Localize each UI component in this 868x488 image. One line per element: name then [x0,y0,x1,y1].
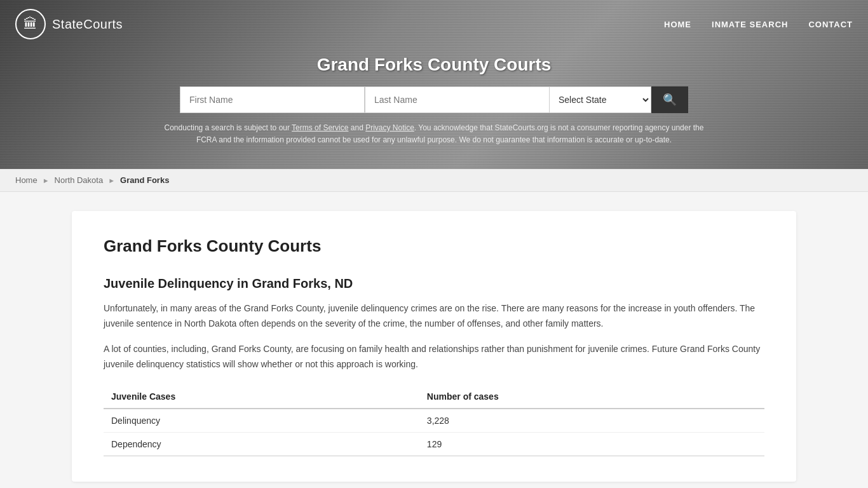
nav-home[interactable]: HOME [664,20,691,29]
breadcrumb-home[interactable]: Home [15,175,37,185]
logo-text: StateCourts [52,17,123,32]
page-title: Grand Forks County Courts [104,236,764,256]
case-count: 129 [419,432,764,456]
table-row: Delinquency 3,228 [104,409,764,433]
juvenile-cases-table: Juvenile Cases Number of cases Delinquen… [104,385,764,456]
case-count: 3,228 [419,409,764,433]
case-type: Delinquency [104,409,419,433]
main-container: Grand Forks County Courts Juvenile Delin… [59,211,809,481]
privacy-notice-link[interactable]: Privacy Notice [365,123,414,132]
hero-title: Grand Forks County Courts [317,55,552,75]
search-bar: Select StateAlabamaAlaskaArizonaArkansas… [180,86,688,113]
logo-icon: 🏛 [15,9,46,39]
search-button[interactable]: 🔍 [651,86,688,113]
paragraph-1: Unfortunately, in many areas of the Gran… [104,301,764,332]
nav-links: HOME INMATE SEARCH CONTACT [664,20,853,29]
navbar: 🏛 StateCourts HOME INMATE SEARCH CONTACT [0,0,868,48]
first-name-input[interactable] [180,86,365,113]
table-row: Dependency 129 [104,432,764,456]
nav-contact[interactable]: CONTACT [808,20,853,29]
last-name-input[interactable] [365,86,550,113]
disclaimer: Conducting a search is subject to our Te… [148,122,720,156]
hero-section: 🏛 StateCourts HOME INMATE SEARCH CONTACT… [0,0,868,169]
content-card: Grand Forks County Courts Juvenile Delin… [72,211,796,481]
search-icon: 🔍 [663,93,677,107]
breadcrumb-county: Grand Forks [120,175,169,185]
breadcrumb: Home ► North Dakota ► Grand Forks [0,169,868,192]
site-logo[interactable]: 🏛 StateCourts [15,9,123,39]
breadcrumb-state[interactable]: North Dakota [55,175,104,185]
case-type: Dependency [104,432,419,456]
section-title: Juvenile Delinquency in Grand Forks, ND [104,276,764,291]
table-col2-header: Number of cases [419,385,764,409]
hero-content: Grand Forks County Courts Select StateAl… [0,48,868,169]
breadcrumb-sep-1: ► [43,177,50,184]
breadcrumb-sep-2: ► [108,177,115,184]
nav-inmate-search[interactable]: INMATE SEARCH [712,20,788,29]
paragraph-2: A lot of counties, including, Grand Fork… [104,342,764,372]
terms-of-service-link[interactable]: Terms of Service [292,123,348,132]
table-col1-header: Juvenile Cases [104,385,419,409]
state-select[interactable]: Select StateAlabamaAlaskaArizonaArkansas… [550,86,651,113]
